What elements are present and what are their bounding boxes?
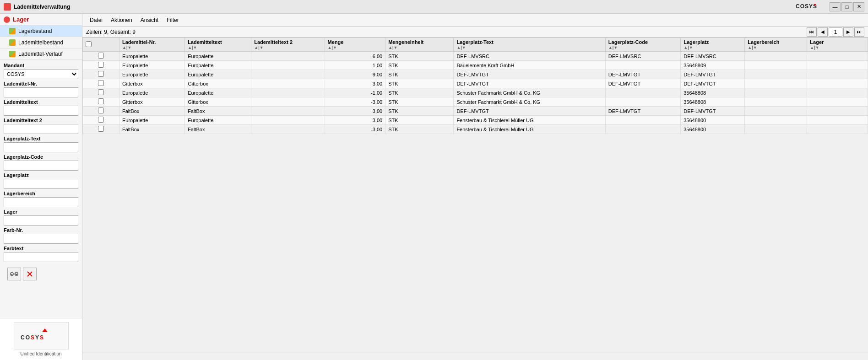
filter-farbnr-label: Farb-Nr. [4,227,78,233]
cell-lager [807,116,868,125]
cell-lagerplatz: 35648808 [681,97,745,107]
app-body: Lager Lagerbestand Lademittelbestand Lad… [0,14,868,360]
cell-lademitteltext: FaltBox [185,107,251,116]
cell-lager [807,97,868,107]
sidebar-item-lademittelbestand[interactable]: Lademittelbestand [0,37,82,48]
filter-farbtext-input[interactable] [4,252,78,262]
filter-lagerplatztext-label: Lagerplatz-Text [4,136,78,141]
table-row[interactable]: EuropaletteEuropalette-6,00STKDEF-LMVSRC… [83,52,868,61]
row-checkbox[interactable] [98,80,104,86]
cell-lagerbereich [745,107,807,116]
cell-lager [807,125,868,134]
table-row[interactable]: GitterboxGitterbox-3,00STKSchuster Fachm… [83,97,868,107]
col-sort-lagerplatz[interactable]: ▲|▼ [684,45,742,50]
hscroll-bar[interactable] [82,353,868,360]
col-header-checkbox [83,38,119,52]
menu-ansicht[interactable]: Ansicht [137,16,162,24]
col-sort-lagerbereich[interactable]: ▲|▼ [748,45,804,50]
filter-search-button[interactable] [7,268,21,280]
cell-lademittelNr: FaltBox [119,125,185,134]
cell-lagerplatzText: DEF-LMVTGT [454,70,605,79]
row-checkbox[interactable] [98,98,104,104]
filter-lagerplatztext-input[interactable] [4,142,78,152]
col-sort-menge[interactable]: ▲|▼ [328,45,383,50]
table-container[interactable]: Lademittel-Nr. ▲|▼ Lademitteltext ▲|▼ [82,38,868,353]
sidebar-item-lademittel-verlauf[interactable]: Lademittel-Verlauf [0,48,82,60]
row-checkbox[interactable] [98,89,104,95]
maximize-button[interactable]: □ [841,2,852,11]
page-number-input[interactable] [829,27,842,37]
filter-lademitteltext2-input[interactable] [4,124,78,134]
table-row[interactable]: FaltBoxFaltBox-3,00STKFensterbau & Tisch… [83,125,868,134]
col-title-lademitteltext2: Lademitteltext 2 [254,39,321,45]
row-checkbox[interactable] [98,117,104,123]
select-all-checkbox[interactable] [86,41,92,47]
filter-lager-input[interactable] [4,215,78,226]
col-sort-lademitteltext2[interactable]: ▲|▼ [254,45,321,50]
filter-lagerbereich-input[interactable] [4,197,78,207]
table-row[interactable]: GitterboxGitterbox3,00STKDEF-LMVTGTDEF-L… [83,79,868,88]
page-last-button[interactable]: ⏭ [854,27,864,37]
col-sort-lagerplatzText[interactable]: ▲|▼ [456,45,602,50]
filter-lademittelnr-label: Lademittel-Nr. [4,81,78,86]
cell-lademitteltext2 [251,116,325,125]
sidebar-item-lager[interactable]: Lager [0,14,82,26]
col-title-lademitteltext: Lademitteltext [188,39,248,45]
row-checkbox[interactable] [98,107,104,113]
cell-lagerplatzCode: DEF-LMVTGT [605,79,680,88]
sidebar-item-lagerbestand[interactable]: Lagerbestand [0,26,82,37]
col-sort-lademittelNr[interactable]: ▲|▼ [122,45,182,50]
filter-lagerplatzcode-input[interactable] [4,161,78,171]
table-row[interactable]: EuropaletteEuropalette-1,00STKSchuster F… [83,88,868,97]
cell-mengeneinheit: STK [385,97,454,107]
cell-mengeneinheit: STK [385,88,454,97]
col-sort-lager[interactable]: ▲|▼ [810,45,865,50]
filter-lagerplatz-input[interactable] [4,179,78,189]
cell-mengeneinheit: STK [385,79,454,88]
filter-lagerplatz-group: Lagerplatz [4,172,78,189]
cell-lademitteltext: FaltBox [185,125,251,134]
cell-menge: -1,00 [325,88,385,97]
table-header-row: Lademittel-Nr. ▲|▼ Lademitteltext ▲|▼ [83,38,868,52]
col-title-lagerbereich: Lagerbereich [748,39,804,45]
page-first-button[interactable]: ⏮ [807,27,817,37]
row-checkbox[interactable] [98,62,104,68]
minimize-button[interactable]: — [830,2,841,11]
menu-filter[interactable]: Filter [163,16,183,24]
cell-lagerplatz: DEF-LMVTGT [681,70,745,79]
close-button[interactable]: ✕ [853,2,864,11]
menu-datei[interactable]: Datei [86,16,106,24]
filter-mandant-select[interactable]: COSYS [4,69,78,79]
col-sort-lademitteltext[interactable]: ▲|▼ [188,45,248,50]
col-sort-mengeneinheit[interactable]: ▲|▼ [388,45,450,50]
cell-lademitteltext: Europalette [185,70,251,79]
cell-mengeneinheit: STK [385,52,454,61]
filter-clear-button[interactable] [23,268,37,280]
col-header-menge: Menge ▲|▼ [325,38,385,52]
filter-farbtext-label: Farbtext [4,246,78,251]
table-row[interactable]: EuropaletteEuropalette9,00STKDEF-LMVTGTD… [83,70,868,79]
filter-lademitteltext-input[interactable] [4,106,78,116]
menu-aktionen[interactable]: Aktionen [107,16,136,24]
row-checkbox[interactable] [98,126,104,132]
page-prev-button[interactable]: ◀ [818,27,828,37]
cell-lademitteltext2 [251,52,325,61]
page-next-button[interactable]: ▶ [843,27,853,37]
row-checkbox[interactable] [98,71,104,77]
filter-lademittelnr-input[interactable] [4,87,78,97]
cell-lademittelNr: Europalette [119,70,185,79]
col-sort-lagerplatzCode[interactable]: ▲|▼ [608,45,678,50]
table-row[interactable]: EuropaletteEuropalette1,00STKBauelemente… [83,61,868,70]
filter-lager-group: Lager [4,209,78,226]
cell-lagerplatz: 35648800 [681,125,745,134]
svg-text:COSYS: COSYS [21,334,44,341]
cell-mengeneinheit: STK [385,107,454,116]
filter-farbnr-input[interactable] [4,234,78,244]
row-checkbox[interactable] [98,53,104,59]
cell-lagerplatzText: Schuster Fachmarkt GmbH & Co. KG [454,97,605,107]
cell-lagerbereich [745,61,807,70]
table-row[interactable]: FaltBoxFaltBox3,00STKDEF-LMVTGTDEF-LMVTG… [83,107,868,116]
cell-lademitteltext: Gitterbox [185,79,251,88]
table-row[interactable]: EuropaletteEuropalette-3,00STKFensterbau… [83,116,868,125]
col-title-lagerplatzCode: Lagerplatz-Code [608,39,678,45]
